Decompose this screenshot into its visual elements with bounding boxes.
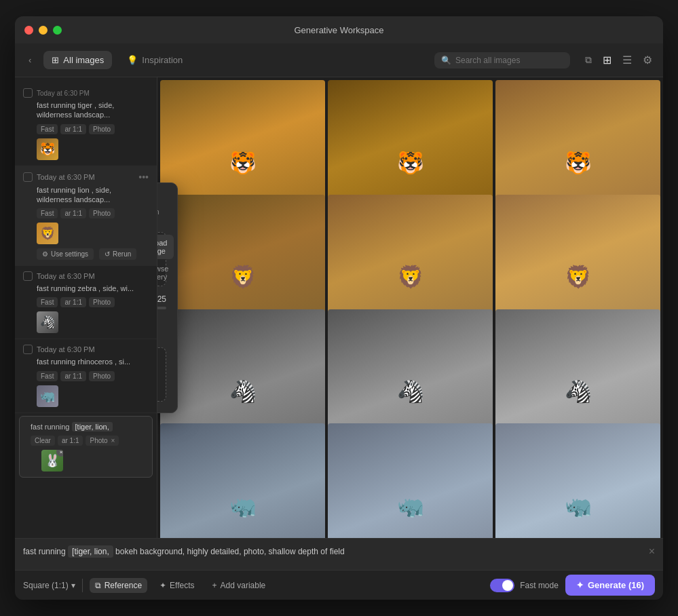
toggle-thumb: [502, 580, 513, 591]
history-prompt: fast running rhinoceros , si...: [23, 357, 149, 366]
tag-fast: Fast: [37, 371, 58, 381]
toolbar-right: ⧉ ⊞ ☰ ⚙: [582, 51, 655, 69]
tag-photo2: Photo ×: [86, 436, 119, 446]
upload-image-button[interactable]: ⬆ Upload image: [157, 235, 174, 259]
grid-cell: 🦏 ☆: [328, 423, 493, 538]
prompt-bar: fast running [tiger, lion, bokeh backgro…: [15, 538, 663, 570]
history-item[interactable]: Today at 6:30 PM fast running tiger , si…: [15, 83, 157, 166]
close-button[interactable]: [24, 26, 33, 35]
aspect-ratio-label: Square (1:1): [23, 581, 69, 590]
traffic-lights: [24, 26, 62, 35]
minimize-button[interactable]: [39, 26, 48, 35]
all-images-button[interactable]: ⊞ All images: [43, 51, 112, 69]
aspect-ratio-button[interactable]: Square (1:1) ▾: [23, 581, 75, 590]
titlebar: Generative Workspace: [15, 16, 663, 43]
strength-value: 25: [157, 294, 166, 304]
reference-icon: ⧉: [95, 581, 101, 590]
tag-fast: Fast: [37, 208, 58, 218]
history-prompt-current: fast running [tiger, lion,: [28, 422, 144, 431]
prompt-highlight: [tiger, lion,: [68, 545, 113, 558]
history-time: Today at 6:30 PM: [37, 345, 149, 353]
current-thumbnail: 🐰 ×: [41, 450, 63, 471]
inspiration-button[interactable]: 💡 Inspiration: [119, 51, 191, 69]
bottom-bar: Square (1:1) ▾ ⧉ Reference ✦ Effects + A…: [15, 570, 663, 600]
tag-photo: Photo: [89, 297, 115, 307]
strength-slider[interactable]: [157, 307, 166, 309]
tag-photo: Photo: [89, 371, 115, 381]
divider: [82, 579, 83, 592]
history-checkbox[interactable]: [23, 172, 33, 182]
history-thumbnail: 🦓: [37, 311, 58, 333]
composition-subtitle: Match the outline and depth of your own …: [157, 208, 166, 224]
animal-image: 🦏: [328, 423, 493, 538]
plus-icon: +: [212, 581, 217, 590]
history-item[interactable]: Today at 6:30 PM fast running rhinoceros…: [15, 339, 157, 412]
composition-title: Composition reference: [157, 194, 166, 205]
settings-button[interactable]: ⚙: [640, 51, 655, 69]
use-settings-button[interactable]: ⚙ Use settings: [37, 248, 94, 260]
tag-fast: Fast: [37, 297, 58, 307]
composition-upload-area: × ⬆ Upload image 🖼 Browse gallery: [157, 232, 166, 286]
history-time: Today at 6:30 PM: [37, 90, 149, 97]
rerun-icon: ↺: [105, 250, 110, 258]
history-tags: Fast ar 1:1 Photo: [23, 371, 149, 381]
prompt-prefix: fast running: [23, 547, 68, 556]
add-variable-button[interactable]: + Add variable: [207, 578, 271, 593]
history-item[interactable]: Today at 6:30 PM fast running zebra , si…: [15, 266, 157, 339]
history-checkbox[interactable]: [23, 88, 33, 98]
chevron-down-icon: ▾: [71, 581, 75, 590]
strength-row: Strength 25: [157, 294, 166, 304]
effects-icon: ✦: [159, 581, 166, 590]
animal-image: 🦏: [495, 423, 660, 538]
style-title: Style reference: [157, 319, 166, 330]
generate-button[interactable]: ✦ Generate (16): [565, 575, 655, 596]
tag-fast: Fast: [37, 124, 58, 134]
images-grid: 🐯 ★ 🐯 ★ 🐯 ☆: [157, 77, 663, 538]
history-time: Today at 6:30 PM: [37, 173, 134, 181]
close-prompt-button[interactable]: ×: [649, 545, 655, 558]
search-icon: 🔍: [441, 56, 451, 65]
style-upload-area[interactable]: ⬆ ⬆ Upload image 🖼 Browse gallery: [157, 347, 166, 402]
tag-ar2: ar 1:1: [58, 436, 83, 446]
history-tags: Fast ar 1:1 Photo: [23, 208, 149, 218]
prompt-suffix: bokeh background, highly detailed, photo…: [115, 547, 345, 556]
history-item-current[interactable]: fast running [tiger, lion, Clear ar 1:1 …: [19, 416, 153, 478]
window-title: Generative Workspace: [295, 25, 384, 35]
effects-button[interactable]: ✦ Effects: [154, 578, 200, 593]
grid-view-button[interactable]: ⊞: [600, 51, 614, 69]
main-content: Today at 6:30 PM fast running tiger , si…: [15, 77, 663, 538]
search-input[interactable]: [455, 56, 563, 65]
history-thumbnail: 🦏: [37, 385, 58, 407]
history-thumbnail: 🦁: [37, 223, 58, 244]
lightbulb-icon: 💡: [127, 55, 138, 65]
fast-mode-toggle[interactable]: [490, 579, 514, 592]
history-checkbox[interactable]: [23, 345, 33, 354]
search-bar: 🔍: [434, 52, 570, 69]
grid-icon: ⊞: [52, 55, 59, 65]
grid-cell: 🦏 ☆: [495, 423, 660, 538]
filter-icon[interactable]: ⧉: [582, 52, 595, 69]
more-options-icon[interactable]: •••: [138, 172, 149, 182]
reference-button[interactable]: ⧉ Reference: [90, 578, 147, 593]
browse-gallery-button[interactable]: 🖼 Browse gallery: [157, 262, 174, 284]
maximize-button[interactable]: [53, 26, 62, 35]
history-prompt: fast running lion , side, wilderness lan…: [23, 185, 149, 205]
rerun-button[interactable]: ↺ Rerun: [99, 248, 136, 260]
tag-photo: Photo: [89, 208, 115, 218]
history-thumbnail: 🐯: [37, 138, 58, 160]
history-actions: ⚙ Use settings ↺ Rerun: [23, 248, 149, 260]
tag-ar: ar 1:1: [60, 124, 86, 134]
prompt-text: fast running [tiger, lion, bokeh backgro…: [23, 547, 643, 556]
fast-mode-row: Fast mode: [490, 579, 559, 592]
list-view-button[interactable]: ☰: [620, 51, 635, 69]
history-item[interactable]: Today at 6:30 PM ••• fast running lion ,…: [15, 166, 157, 267]
history-checkbox[interactable]: [23, 271, 33, 281]
history-prompt: fast running zebra , side, wi...: [23, 284, 149, 293]
style-browse-button[interactable]: 🖼 Browse gallery: [157, 374, 166, 396]
grid-cell: 🦏 ☆: [160, 423, 325, 538]
back-button[interactable]: ‹: [23, 51, 37, 69]
fast-mode-label: Fast mode: [520, 581, 559, 590]
tag-ar: ar 1:1: [60, 208, 86, 218]
popup-panel: Composition reference Match the outline …: [157, 182, 178, 413]
tag-ar: ar 1:1: [60, 371, 86, 381]
